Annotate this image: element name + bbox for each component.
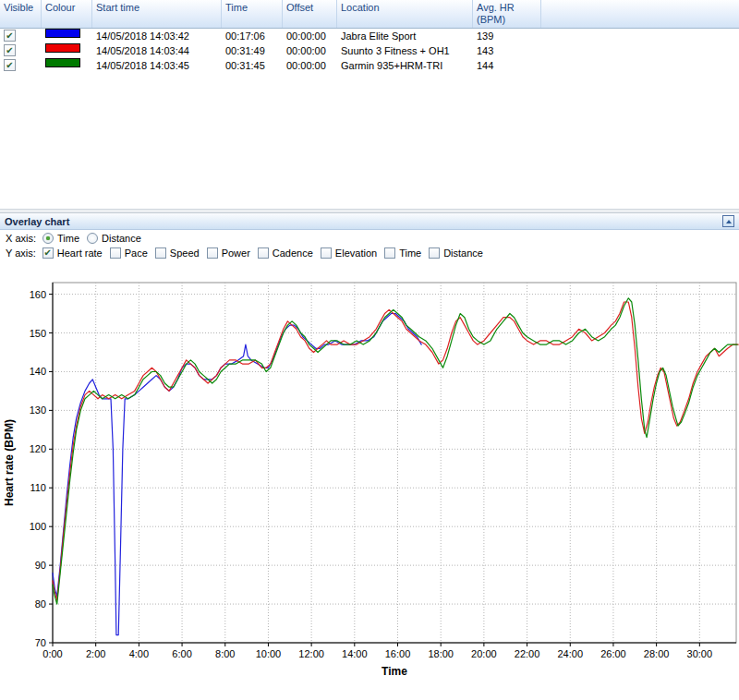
svg-text:80: 80	[35, 598, 46, 609]
svg-text:30:00: 30:00	[687, 648, 713, 659]
y-axis-option-power[interactable]: Power	[207, 247, 250, 259]
checkbox-icon[interactable]	[321, 247, 332, 259]
checkbox-label: Power	[222, 247, 250, 259]
radio-label: Time	[57, 233, 79, 244]
svg-text:70: 70	[35, 637, 46, 648]
svg-text:90: 90	[35, 560, 46, 571]
column-header-colour[interactable]: Colour	[42, 0, 92, 28]
x-axis-row: X axis: TimeDistance	[0, 231, 739, 246]
checkbox-icon[interactable]	[110, 247, 121, 259]
svg-text:6:00: 6:00	[172, 648, 191, 659]
column-header-offset[interactable]: Offset	[283, 0, 337, 28]
checkbox-label: Speed	[170, 247, 200, 259]
svg-text:10:00: 10:00	[256, 648, 282, 659]
svg-text:150: 150	[30, 328, 46, 339]
radio-label: Distance	[102, 233, 141, 244]
column-header-location[interactable]: Location	[337, 0, 473, 28]
svg-text:130: 130	[30, 404, 46, 416]
activity-table: VisibleColourStart timeTimeOffsetLocatio…	[0, 0, 739, 209]
checkbox-label: Heart rate	[57, 247, 103, 259]
y-axis-option-time[interactable]: Time	[384, 247, 421, 259]
table-body: ✔14/05/2018 14:03:4200:17:0600:00:00Jabr…	[0, 29, 739, 209]
svg-text:140: 140	[30, 366, 46, 377]
cell-avg-hr: 139	[473, 29, 541, 43]
overlay-chart: 0:002:004:006:008:0010:0012:0014:0016:00…	[0, 262, 739, 700]
chart-controls: X axis: TimeDistance Y axis: ✔Heart rate…	[0, 230, 739, 262]
app-window: VisibleColourStart timeTimeOffsetLocatio…	[0, 0, 739, 700]
y-axis-options: ✔Heart ratePaceSpeedPowerCadenceElevatio…	[42, 247, 491, 259]
svg-text:4:00: 4:00	[129, 648, 149, 659]
y-axis-option-elevation[interactable]: Elevation	[321, 247, 377, 259]
cell-location: Suunto 3 Fitness + OH1	[337, 43, 473, 58]
column-header-time[interactable]: Time	[222, 0, 283, 28]
cell-location: Jabra Elite Sport	[337, 29, 473, 43]
cell-time: 00:17:06	[222, 29, 283, 43]
cell-time: 00:31:49	[222, 43, 283, 58]
svg-text:160: 160	[30, 289, 46, 300]
checkbox-icon[interactable]	[384, 247, 395, 259]
cell-location: Garmin 935+HRM-TRI	[337, 58, 473, 73]
checkbox-label: Pace	[125, 247, 148, 259]
overlay-chart-header[interactable]: Overlay chart	[0, 213, 739, 230]
visible-checkbox[interactable]: ✔	[4, 44, 16, 56]
checkbox-icon[interactable]	[258, 247, 269, 259]
column-header-filler	[541, 0, 739, 28]
checkbox-icon[interactable]	[429, 247, 440, 259]
table-row[interactable]: ✔14/05/2018 14:03:4200:17:0600:00:00Jabr…	[0, 29, 739, 43]
table-row[interactable]: ✔14/05/2018 14:03:4400:31:4900:00:00Suun…	[0, 43, 739, 58]
colour-swatch[interactable]	[45, 58, 80, 67]
svg-text:8:00: 8:00	[215, 648, 235, 659]
x-axis-option-distance[interactable]: Distance	[87, 233, 141, 244]
visible-checkbox[interactable]: ✔	[4, 30, 16, 42]
svg-text:24:00: 24:00	[557, 648, 583, 659]
table-header: VisibleColourStart timeTimeOffsetLocatio…	[0, 0, 739, 29]
checkbox-icon[interactable]: ✔	[42, 247, 54, 259]
y-axis-option-cadence[interactable]: Cadence	[258, 247, 313, 259]
column-header-visible[interactable]: Visible	[0, 0, 42, 28]
checkbox-label: Elevation	[335, 247, 377, 259]
checkbox-icon[interactable]	[155, 247, 166, 259]
cell-avg-hr: 144	[473, 58, 541, 73]
svg-text:26:00: 26:00	[600, 648, 626, 659]
svg-text:16:00: 16:00	[385, 648, 411, 659]
y-axis-option-pace[interactable]: Pace	[110, 247, 148, 259]
y-axis-option-speed[interactable]: Speed	[155, 247, 200, 259]
svg-text:22:00: 22:00	[515, 648, 540, 659]
cell-start-time: 14/05/2018 14:03:45	[92, 58, 222, 73]
visible-checkbox[interactable]: ✔	[4, 59, 16, 71]
checkbox-label: Time	[399, 247, 421, 259]
y-axis-row: Y axis: ✔Heart ratePaceSpeedPowerCadence…	[0, 246, 739, 260]
y-axis-label: Y axis:	[6, 247, 36, 259]
checkbox-label: Distance	[443, 247, 483, 259]
colour-swatch[interactable]	[45, 43, 80, 53]
radio-icon[interactable]	[87, 233, 98, 244]
svg-text:0:00: 0:00	[42, 648, 62, 659]
radio-icon[interactable]	[42, 233, 54, 244]
column-header-start-time[interactable]: Start time	[92, 0, 222, 28]
colour-swatch[interactable]	[45, 29, 80, 38]
svg-text:120: 120	[30, 443, 46, 454]
svg-text:18:00: 18:00	[428, 648, 454, 659]
table-row[interactable]: ✔14/05/2018 14:03:4500:31:4500:00:00Garm…	[0, 58, 739, 73]
checkbox-icon[interactable]	[207, 247, 218, 259]
svg-text:Heart rate (BPM): Heart rate (BPM)	[3, 419, 16, 506]
panel-collapse-button[interactable]	[722, 215, 734, 227]
svg-text:12:00: 12:00	[298, 648, 324, 659]
svg-text:14:00: 14:00	[342, 648, 368, 659]
x-axis-options: TimeDistance	[42, 233, 149, 244]
y-axis-option-distance[interactable]: Distance	[429, 247, 483, 259]
svg-text:20:00: 20:00	[471, 648, 497, 659]
cell-avg-hr: 143	[473, 43, 541, 58]
cell-offset: 00:00:00	[283, 58, 337, 73]
chevron-up-icon	[726, 220, 732, 223]
cell-start-time: 14/05/2018 14:03:44	[92, 43, 222, 58]
cell-offset: 00:00:00	[283, 29, 337, 43]
y-axis-option-heart-rate[interactable]: ✔Heart rate	[42, 247, 103, 259]
heart-rate-chart: 0:002:004:006:008:0010:0012:0014:0016:00…	[0, 262, 739, 697]
x-axis-label: X axis:	[6, 233, 36, 244]
svg-text:28:00: 28:00	[644, 648, 670, 659]
column-header-avg-hr-bpm-[interactable]: Avg. HR (BPM)	[473, 0, 541, 28]
x-axis-option-time[interactable]: Time	[42, 233, 79, 244]
svg-text:Time: Time	[382, 665, 407, 678]
cell-offset: 00:00:00	[283, 43, 337, 58]
